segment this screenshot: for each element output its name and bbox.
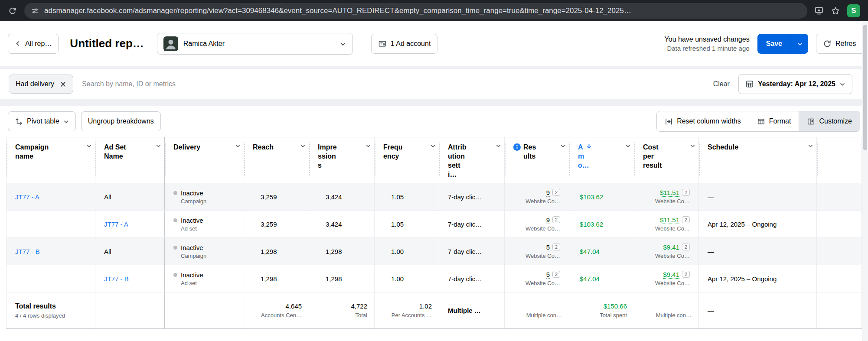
column-header-adset-name[interactable]: Ad Set Name — [95, 137, 165, 183]
adset-link[interactable]: JT77 - A — [104, 221, 128, 228]
column-menu-chevron-icon[interactable] — [300, 143, 306, 149]
column-header-cost-per-result[interactable]: Cost per result — [634, 137, 699, 183]
column-header-schedule[interactable]: Schedule — [699, 137, 817, 183]
customize-button[interactable]: Customize — [799, 111, 860, 131]
table-row: JT77 - A All Inactive Campaign 3,259 3,4… — [7, 183, 862, 211]
report-card: Pivot table Ungroup breakdowns Reset col… — [0, 106, 868, 341]
cost-value[interactable]: $11.51 — [660, 189, 679, 197]
amount-spent-cell: $47.04 — [569, 265, 634, 292]
cost-value[interactable]: $9.41 — [663, 271, 679, 279]
cost-value[interactable]: $9.41 — [663, 244, 679, 251]
total-frequency-sub: Per Accounts … — [383, 312, 432, 318]
reload-icon[interactable] — [8, 6, 17, 16]
results-value[interactable]: 9 — [546, 189, 550, 197]
unsaved-changes-text: You have unsaved changes — [665, 36, 750, 43]
column-header-impressions[interactable]: Impressions — [309, 137, 375, 183]
reset-column-widths-button[interactable]: Reset column widths — [657, 111, 749, 131]
back-label: All rep… — [25, 40, 52, 48]
close-icon[interactable] — [60, 81, 66, 88]
column-header-amount-spent[interactable]: Amo… — [569, 137, 634, 183]
reach-cell: 3,259 — [244, 211, 309, 238]
account-selector[interactable]: Ramica Akter — [157, 33, 353, 55]
column-header-attribution-setting[interactable]: Attribution setti… — [439, 137, 505, 183]
status-texts: You have unsaved changes Data refreshed … — [665, 36, 750, 52]
column-header-results[interactable]: Results — [505, 137, 569, 183]
attribution-cell: 7-day clic… — [439, 265, 505, 292]
reset-column-widths-label: Reset column widths — [677, 117, 741, 125]
date-range-label: Yesterday: Apr 12, 2025 — [758, 80, 835, 88]
customize-label: Customize — [819, 117, 852, 125]
column-menu-chevron-icon[interactable] — [235, 143, 241, 149]
column-header-reach[interactable]: Reach — [244, 137, 309, 183]
search-input[interactable] — [82, 80, 705, 88]
pivot-table-button[interactable]: Pivot table — [8, 111, 76, 131]
total-amount-spent: $150.66 — [578, 302, 627, 310]
cost-badge: 2 — [682, 216, 690, 223]
column-menu-chevron-icon[interactable] — [156, 143, 161, 149]
amount-spent-cell: $103.62 — [569, 183, 634, 211]
filter-chip-had-delivery[interactable]: Had delivery — [9, 75, 73, 94]
campaign-link[interactable]: JT77 - A — [15, 193, 39, 201]
results-value[interactable]: 5 — [546, 271, 550, 279]
refresh-icon — [823, 39, 832, 48]
clear-button[interactable]: Clear — [713, 80, 730, 88]
table-row: JT77 - B All Inactive Campaign 1,298 1,2… — [7, 238, 862, 265]
column-label: Ad Set Name — [104, 143, 134, 161]
refresh-button[interactable]: Refres — [816, 34, 868, 54]
ungroup-breakdowns-button[interactable]: Ungroup breakdowns — [81, 111, 161, 131]
url-field[interactable]: adsmanager.facebook.com/adsmanager/repor… — [24, 3, 807, 19]
impressions-cell: 3,424 — [309, 211, 375, 238]
results-value[interactable]: 9 — [546, 216, 550, 224]
total-impressions: 4,722 — [318, 302, 367, 310]
column-header-delivery[interactable]: Delivery — [165, 137, 244, 183]
save-button[interactable]: Save — [757, 34, 791, 54]
scrollbar-thumb[interactable] — [863, 25, 867, 150]
status-dot — [173, 218, 177, 222]
site-info-icon[interactable] — [31, 7, 39, 15]
bookmark-star-icon[interactable] — [831, 6, 840, 16]
save-dropdown-button[interactable] — [791, 34, 808, 54]
ad-account-label: 1 Ad account — [391, 40, 431, 48]
format-button[interactable]: Format — [749, 111, 799, 131]
sort-desc-icon[interactable] — [586, 143, 592, 149]
status-dot — [173, 191, 177, 195]
ad-account-button[interactable]: 1 Ad account — [371, 34, 438, 54]
extension-icon[interactable]: S — [847, 4, 860, 17]
scrollbar[interactable] — [862, 21, 868, 341]
status-dot — [173, 246, 177, 250]
frequency-cell: 1.00 — [375, 238, 439, 265]
adset-link[interactable]: JT77 - B — [104, 275, 129, 283]
cost-badge: 2 — [682, 271, 690, 278]
campaign-link[interactable]: JT77 - B — [15, 248, 40, 255]
attribution-cell: 7-day clic… — [439, 183, 505, 211]
column-menu-chevron-icon[interactable] — [560, 143, 566, 149]
totals-title: Total results — [15, 302, 86, 310]
column-menu-chevron-icon[interactable] — [365, 143, 371, 149]
pivot-icon — [15, 117, 23, 126]
column-label: Frequency — [383, 143, 404, 161]
account-name: Ramica Akter — [183, 40, 334, 48]
column-label: Delivery — [173, 143, 200, 152]
chevron-down-icon — [339, 40, 346, 47]
cost-sub: Website Co… — [643, 280, 690, 286]
column-menu-chevron-icon[interactable] — [430, 143, 436, 149]
info-icon[interactable] — [513, 143, 521, 151]
table-row: JT77 - A Inactive Ad set 3,259 3,424 1.0… — [7, 211, 862, 238]
date-range-button[interactable]: Yesterday: Apr 12, 2025 — [738, 74, 852, 94]
back-button[interactable]: All rep… — [8, 34, 59, 54]
results-value[interactable]: 5 — [546, 244, 550, 251]
column-header-campaign-name[interactable]: Campaign name — [7, 137, 95, 183]
reach-cell: 1,298 — [244, 238, 309, 265]
impressions-cell: 1,298 — [309, 265, 375, 292]
results-sub: Website Co… — [513, 198, 560, 205]
install-app-icon[interactable] — [814, 6, 824, 16]
column-menu-chevron-icon[interactable] — [625, 143, 631, 149]
column-header-frequency[interactable]: Frequency — [375, 137, 439, 183]
calendar-icon — [745, 80, 754, 88]
cost-value[interactable]: $11.51 — [660, 216, 679, 224]
column-menu-chevron-icon[interactable] — [496, 143, 501, 149]
total-results-sub: Multiple con… — [513, 312, 562, 318]
column-menu-chevron-icon[interactable] — [86, 143, 92, 149]
column-menu-chevron-icon[interactable] — [808, 143, 813, 149]
column-menu-chevron-icon[interactable] — [690, 143, 695, 149]
